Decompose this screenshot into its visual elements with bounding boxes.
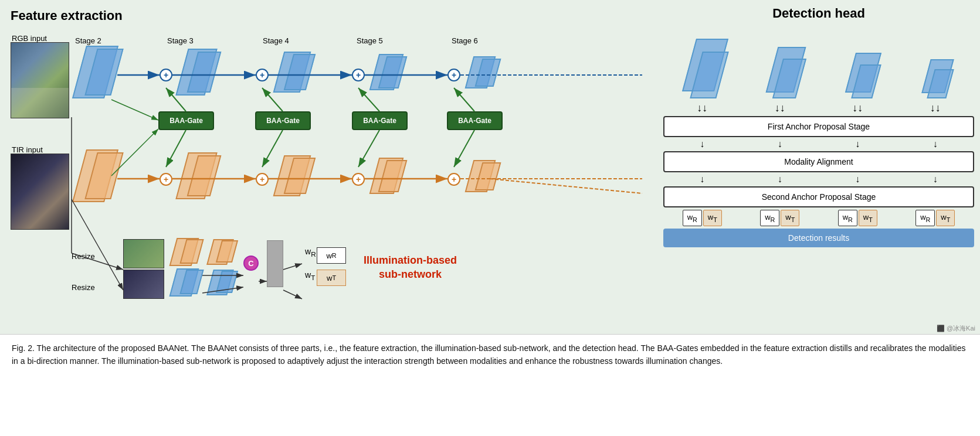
baa-gate-4: BAA-Gate <box>447 111 503 130</box>
det-col-4 <box>925 59 950 98</box>
detection-head-label: Detection head <box>663 6 974 21</box>
small-tir-image <box>123 270 164 299</box>
detection-head-area: Detection head <box>663 6 974 327</box>
plus-orange-6: + <box>447 173 460 186</box>
plus-blue-6: + <box>447 69 460 81</box>
plus-blue-5: + <box>352 69 365 81</box>
svg-line-31 <box>283 290 302 299</box>
weight-pair-2: wR wT <box>760 210 799 226</box>
wt-box: wT <box>317 270 346 286</box>
tir-image <box>11 154 69 230</box>
arrow-8: ↓ <box>933 139 938 149</box>
det-col-3 <box>849 53 877 98</box>
svg-line-19 <box>262 130 283 167</box>
arrow-1: ↓↓ <box>697 102 707 114</box>
det-col-2 <box>771 47 801 98</box>
stage3-label: Stage 3 <box>167 36 194 45</box>
stage5-label: Stage 5 <box>357 36 383 45</box>
arrow-2: ↓↓ <box>775 102 785 114</box>
illumination-label: Illumination-basedsub-network <box>364 254 457 281</box>
arrow-5: ↓ <box>700 139 704 149</box>
second-anchor-box: Second Anchor Proposal Stage <box>663 186 974 207</box>
plus-blue-3: + <box>160 69 172 81</box>
w-t-label: wT <box>305 270 315 281</box>
svg-line-22 <box>454 88 474 111</box>
svg-line-30 <box>283 264 302 270</box>
diagram-area: Feature extraction RGB input TIR input S… <box>0 0 980 334</box>
svg-line-21 <box>358 130 379 167</box>
arrow-7: ↓ <box>855 139 860 149</box>
arrow-6: ↓ <box>778 139 782 149</box>
plus-orange-3: + <box>160 173 172 186</box>
down-arrows-row-2: ↓ ↓ ↓ ↓ <box>663 139 974 149</box>
feature-extraction-label: Feature extraction <box>11 8 123 23</box>
plus-orange-4: + <box>256 173 269 186</box>
wr-2: wR <box>760 210 779 226</box>
arrow-11: ↓ <box>855 174 860 185</box>
stage2-label: Stage 2 <box>75 36 101 45</box>
wr-box: wR <box>317 247 346 264</box>
rgb-image <box>11 42 69 118</box>
wr-4: wR <box>915 210 935 226</box>
svg-line-16 <box>111 100 158 120</box>
wt-2: wT <box>781 210 799 226</box>
arrow-12: ↓ <box>933 174 938 185</box>
baa-gate-2: BAA-Gate <box>255 111 311 130</box>
det-inner: ↓↓ ↓↓ ↓↓ ↓↓ First Anchor Proposal Stage … <box>663 28 974 247</box>
caption-text: Fig. 2. The architecture of the proposed… <box>12 343 965 366</box>
w-r-label: wR <box>305 247 316 258</box>
det-feat-row <box>663 28 974 98</box>
baa-gate-1: BAA-Gate <box>158 111 214 130</box>
stage6-label: Stage 6 <box>452 36 478 45</box>
caption-area: Fig. 2. The architecture of the proposed… <box>0 334 980 375</box>
small-rgb-image <box>123 239 164 268</box>
arrow-10: ↓ <box>778 174 782 185</box>
arrow-3: ↓↓ <box>852 102 863 114</box>
tir-label: TIR input <box>12 145 43 154</box>
svg-line-23 <box>454 130 474 167</box>
weight-pair-3: wR wT <box>838 210 877 226</box>
resize-label-1: Resize <box>72 252 95 261</box>
svg-line-15 <box>166 130 186 167</box>
rgb-label: RGB input <box>12 34 47 43</box>
resize-label-2: Resize <box>72 283 95 292</box>
down-arrows-row: ↓↓ ↓↓ ↓↓ ↓↓ <box>663 102 974 114</box>
main-container: Feature extraction RGB input TIR input S… <box>0 0 980 375</box>
wr-3: wR <box>838 210 857 226</box>
svg-line-26 <box>72 199 123 290</box>
wt-3: wT <box>859 210 877 226</box>
svg-line-20 <box>358 88 379 111</box>
concat-circle: C <box>243 256 259 271</box>
weight-pair-4: wR wT <box>915 210 955 226</box>
modality-alignment-box: Modality Alignment <box>663 151 974 172</box>
weight-pair-1: wR wT <box>683 210 722 226</box>
plus-blue-4: + <box>256 69 269 81</box>
svg-line-32 <box>490 179 642 193</box>
arrow-4: ↓↓ <box>930 102 941 114</box>
wt-4: wT <box>936 210 955 226</box>
stage4-label: Stage 4 <box>263 36 289 45</box>
det-col-1 <box>687 39 723 98</box>
weight-display-row: wR wT wR wT wR wT wR wT <box>663 210 974 226</box>
plus-orange-5: + <box>352 173 365 186</box>
detection-results-box: Detection results <box>663 229 974 247</box>
fc-layer <box>267 240 283 287</box>
wt-1: wT <box>703 210 722 226</box>
watermark: ⬛ @冰海Kai <box>937 324 975 333</box>
first-anchor-box: First Anchor Proposal Stage <box>663 116 974 137</box>
wr-1: wR <box>683 210 702 226</box>
arrow-9: ↓ <box>700 174 704 185</box>
down-arrows-row-3: ↓ ↓ ↓ ↓ <box>663 174 974 185</box>
baa-gate-3: BAA-Gate <box>352 111 408 130</box>
